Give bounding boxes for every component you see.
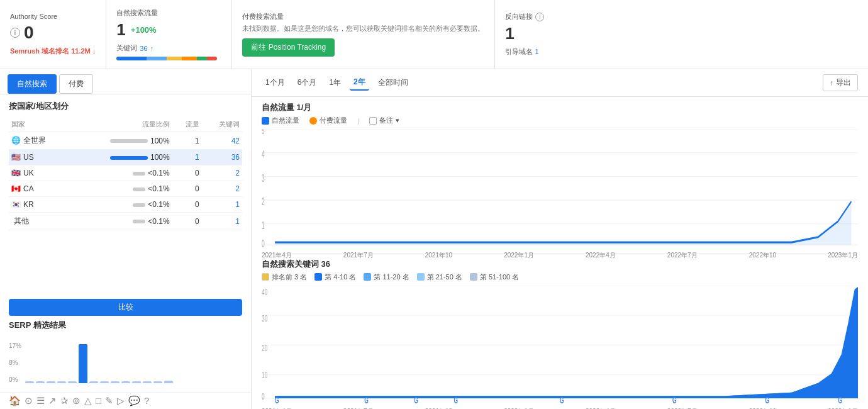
col-country-header: 国家 [9,117,71,132]
organic-traffic-label: 自然搜索流量 [116,8,158,18]
organic-traffic-chart-title: 自然流量 1/月 [262,102,858,113]
serp-y-0: 0% [9,376,21,383]
referring-domains-link[interactable]: 1 [535,48,538,55]
keywords-link[interactable]: 36 [231,153,240,162]
table-row[interactable]: 🇺🇸US100%136 [9,150,242,165]
icon-comment[interactable]: 💬 [128,395,140,406]
time-btn-2y[interactable]: 2年 [350,75,369,91]
tab-paid[interactable]: 付费 [59,74,93,94]
serp-bar [57,381,66,383]
paid-traffic-section: 付费搜索流量 未找到数据。如果这是您的域名，您可以获取关键词排名相关的所有必要数… [232,0,495,69]
serp-bar [164,381,173,383]
kw-legend-top3[interactable]: 排名前 3 名 [262,272,307,282]
position-tracking-button[interactable]: 前往 Position Tracking [242,38,335,57]
serp-bar [121,381,130,383]
svg-marker-24 [275,289,858,398]
svg-marker-26 [275,286,858,398]
kw-51-100-icon [470,273,477,281]
keywords-link[interactable]: 36 [140,45,147,52]
paid-traffic-label: 付费搜索流量 [242,12,284,21]
kw-legend-21-50[interactable]: 第 21-50 名 [417,272,462,282]
serp-bar-tall [79,344,87,383]
icon-question[interactable]: ? [144,395,149,406]
organic-traffic-section: 自然搜索流量 1 +100% 关键词 36 ↑ [106,0,232,69]
info-icon[interactable]: i [10,28,20,38]
traffic-link[interactable]: 1 [195,153,199,162]
country-name: CA [23,184,34,193]
keywords-chart-container: 40 30 20 10 0 [262,286,858,405]
kw-21-50-icon [417,273,425,281]
traffic-bar [133,188,145,191]
svg-text:G: G [275,395,279,404]
svg-text:G: G [838,395,842,404]
keywords-svg: 40 30 20 10 0 [262,286,858,405]
country-section-title: 按国家/地区划分 [9,101,242,112]
icon-triangle[interactable]: △ [84,395,92,406]
keywords-link[interactable]: 2 [235,169,240,177]
right-top-bar: 1个月 6个月 1年 2年 全部时间 ↑ 导出 [252,69,868,97]
table-row[interactable]: 🇬🇧UK<0.1%02 [9,165,242,181]
svg-text:4: 4 [262,148,265,160]
right-panel: 1个月 6个月 1年 2年 全部时间 ↑ 导出 自然流量 1/月 自然流量 [252,69,868,409]
export-button[interactable]: ↑ 导出 [823,74,858,91]
time-btn-6m[interactable]: 6个月 [294,76,321,90]
svg-text:10: 10 [262,369,268,380]
icon-square[interactable]: □ [96,395,101,406]
backlinks-value: 1 [505,24,514,43]
traffic-ratio: <0.1% [148,217,169,226]
organic-traffic-legend: 自然流量 付费流量 | 备注 ▾ [262,116,858,125]
keywords-chart-title: 自然搜索关键词 36 [262,259,858,270]
serp-bar [68,381,77,383]
col-keywords-header: 关键词 [202,117,242,132]
svg-text:0: 0 [262,391,265,401]
organic-traffic-svg: 5 4 3 2 1 0 [262,129,858,248]
traffic-value: 0 [195,200,199,209]
time-btn-1y[interactable]: 1年 [325,76,345,90]
serp-bar [100,381,109,383]
semrush-rank: Semrush 域名排名 11.2M ↓ [10,47,96,56]
country-section: 按国家/地区划分 国家 流量比例 流量 关键词 🌐全世界100%142🇺🇸US1… [0,94,251,295]
icon-edit[interactable]: ✎ [105,395,113,406]
kw-legend-11-20[interactable]: 第 11-20 名 [364,272,409,282]
compare-button[interactable]: 比较 [9,299,242,316]
table-row[interactable]: 🇰🇷KR<0.1%01 [9,197,242,213]
table-row[interactable]: 其他<0.1%01 [9,213,242,230]
export-icon: ↑ [830,79,833,87]
keywords-line: 关键词 36 ↑ [116,43,153,53]
time-btn-all[interactable]: 全部时间 [374,76,412,90]
time-btn-1m[interactable]: 1个月 [262,76,289,90]
traffic-ratio: <0.1% [148,200,169,209]
table-row[interactable]: 🌐全世界100%142 [9,132,242,150]
col-traffic-ratio-header: 流量比例 [71,117,172,132]
main-content: 自然搜索 付费 按国家/地区划分 国家 流量比例 流量 关键词 🌐全世界100%… [0,69,868,409]
traffic-bar [133,172,145,176]
col-traffic-header: 流量 [172,117,202,132]
legend-notes[interactable]: 备注 ▾ [369,116,399,125]
serp-bars [25,342,242,383]
traffic-change: +100% [131,25,157,35]
keywords-link[interactable]: 1 [235,200,240,209]
table-row[interactable]: 🇨🇦CA<0.1%02 [9,181,242,197]
serp-y-8: 8% [9,359,21,366]
traffic-value: 0 [195,217,199,226]
svg-text:20: 20 [262,342,268,353]
keywords-link[interactable]: 2 [235,184,240,193]
legend-paid: 付费流量 [309,116,347,125]
keywords-link[interactable]: 1 [235,217,240,226]
kw-legend-4-10[interactable]: 第 4-10 名 [314,272,356,282]
icon-list[interactable]: ☰ [36,395,45,406]
svg-text:3: 3 [262,172,265,184]
icon-circle[interactable]: ⊙ [25,395,33,406]
left-panel: 自然搜索 付费 按国家/地区划分 国家 流量比例 流量 关键词 🌐全世界100%… [0,69,252,409]
kw-legend-51-100[interactable]: 第 51-100 名 [470,272,519,282]
tab-organic[interactable]: 自然搜索 [8,74,57,94]
info-icon-backlinks[interactable]: i [535,13,544,21]
icon-star[interactable]: ✰ [60,395,69,406]
serp-bar [36,381,45,383]
keywords-link[interactable]: 42 [231,137,240,145]
icon-link[interactable]: ↗ [48,395,57,406]
svg-marker-25 [275,288,858,398]
icon-target[interactable]: ⊚ [72,395,81,406]
icon-home[interactable]: 🏠 [9,395,21,406]
icon-play[interactable]: ▷ [117,395,125,406]
